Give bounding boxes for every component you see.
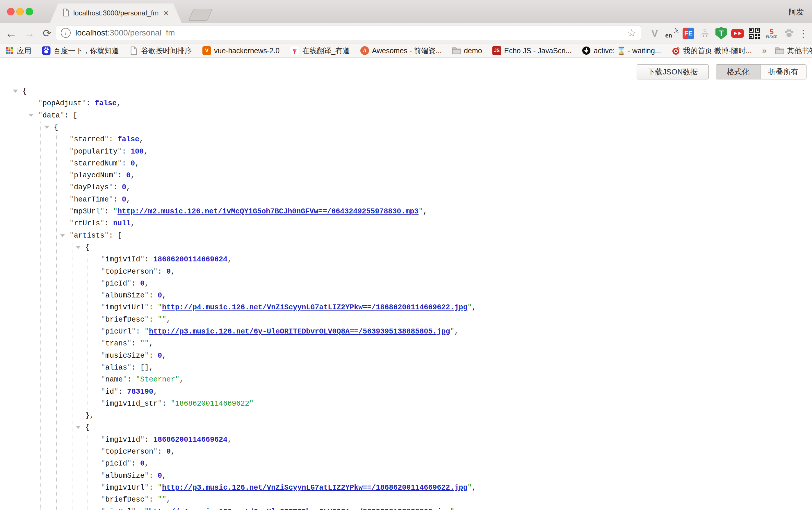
bookmark-items: 应用百度一下，你就知道谷歌按时间排序Vvue-hackernews-2.0y在线…: [5, 46, 752, 56]
bookmark-label: demo: [464, 47, 482, 55]
browser-menu-icon[interactable]: ⋮: [798, 23, 809, 43]
bookmark-label: 我的首页 微博-随时...: [683, 46, 752, 56]
translate-en-glyph: en: [665, 33, 672, 38]
zoom-window-button[interactable]: [26, 8, 33, 16]
other-bookmarks-folder[interactable]: 其他书签: [775, 46, 812, 56]
html5-shield-glyph: 5: [770, 28, 774, 35]
collapse-toggle-icon[interactable]: [60, 234, 65, 237]
bookmark-item[interactable]: Vvue-hackernews-2.0: [202, 46, 280, 55]
new-tab-button[interactable]: [188, 9, 213, 21]
collapse-all-button[interactable]: 折叠所有: [760, 64, 806, 79]
json-url-link[interactable]: http://p4.music.126.net/6y-UleORITEDbvrO…: [149, 508, 450, 510]
fe-extension-icon[interactable]: FE: [683, 28, 694, 39]
html5-player-extension-icon[interactable]: 5 PLAYER: [765, 27, 779, 40]
json-line: "picId": 0,: [0, 458, 812, 470]
bookmarks-right-group: » 其他书签: [762, 46, 812, 56]
url-text[interactable]: localhost:3000/personal_fm: [75, 28, 175, 37]
bookmark-label: Awesomes - 前端资...: [372, 46, 442, 56]
bookmark-item[interactable]: active: ⌛ - waiting...: [582, 46, 661, 55]
json-line: "img1v1Id": 18686200114669624,: [0, 434, 812, 446]
json-line: "playedNum": 0,: [0, 170, 812, 181]
json-line: "mp3Url": "http://m2.music.126.net/ivMcQ…: [0, 206, 812, 217]
download-icon: [582, 46, 591, 55]
vue-icon: V: [202, 46, 211, 55]
json-line: "briefDesc": "",: [0, 494, 812, 506]
sitemap-extension-icon[interactable]: [698, 27, 712, 40]
json-line: "id": 783190,: [0, 386, 812, 398]
paw-extension-icon[interactable]: [782, 27, 796, 40]
reload-icon[interactable]: ⟳: [39, 23, 55, 43]
minimize-window-button[interactable]: [16, 8, 24, 16]
bookmark-star-icon[interactable]: ☆: [627, 27, 636, 39]
qr-code-extension-icon[interactable]: [748, 27, 761, 40]
baidu-icon: [42, 46, 51, 55]
json-line: {: [0, 242, 812, 253]
json-line: },: [0, 410, 812, 422]
browser-tab[interactable]: localhost:3000/personal_fm ×: [50, 3, 181, 23]
bookmark-item[interactable]: 我的首页 微博-随时...: [671, 46, 752, 56]
bookmark-label: vue-hackernews-2.0: [214, 47, 280, 55]
echojs-icon: JS: [492, 46, 501, 55]
json-line: "musicSize": 0,: [0, 350, 812, 362]
json-line: "popularity": 100,: [0, 146, 812, 158]
tampermonkey-icon[interactable]: T: [716, 27, 727, 39]
bookmark-item[interactable]: 应用: [5, 46, 31, 56]
bookmarks-overflow-chevron[interactable]: »: [762, 46, 767, 55]
json-url-link[interactable]: http://p4.music.126.net/VnZiScyynLG7atLI…: [162, 303, 467, 312]
vue-devtools-icon[interactable]: V: [648, 27, 661, 40]
json-line: "rtUrls": null,: [0, 217, 812, 230]
json-line: "alias": [],: [0, 362, 812, 373]
close-window-button[interactable]: [7, 8, 14, 16]
bookmark-item[interactable]: JSEcho JS - JavaScri...: [492, 46, 572, 55]
collapse-toggle-icon[interactable]: [76, 246, 81, 249]
collapse-toggle-icon[interactable]: [29, 114, 34, 117]
address-bar[interactable]: i localhost:3000/personal_fm ☆: [56, 26, 641, 40]
bookmark-item[interactable]: AAwesomes - 前端资...: [360, 46, 442, 56]
bookmark-item[interactable]: demo: [452, 46, 482, 55]
json-line: "img1v1Url": "http://p3.music.126.net/Vn…: [0, 482, 812, 494]
bookmark-label: 百度一下，你就知道: [54, 46, 119, 56]
browser-profile-name[interactable]: 阿发: [789, 7, 804, 17]
json-line: "topicPerson": 0,: [0, 446, 812, 458]
collapse-toggle-icon[interactable]: [13, 90, 18, 93]
json-url-link[interactable]: http://p3.music.126.net/6y-UleORITEDbvrO…: [149, 327, 450, 336]
page-icon: [129, 46, 138, 55]
translate-extension-icon[interactable]: 英 en: [665, 27, 679, 40]
json-line: "dayPlays": 0,: [0, 181, 812, 193]
bookmark-item[interactable]: 百度一下，你就知道: [42, 46, 119, 56]
back-icon[interactable]: ←: [3, 23, 19, 43]
json-url-link[interactable]: http://p3.music.126.net/VnZiScyynLG7atLI…: [162, 484, 467, 492]
url-host: localhost: [75, 28, 108, 37]
youdao-icon: y: [290, 46, 299, 55]
json-url-link[interactable]: http://m2.music.126.net/ivMcQYiG5oh7BCJh…: [117, 207, 418, 216]
bookmark-item[interactable]: 谷歌按时间排序: [129, 46, 192, 56]
json-line: "picUrl": "http://p3.music.126.net/6y-Ul…: [0, 326, 812, 337]
json-line: "artists": [: [0, 230, 812, 242]
bookmark-label: Echo JS - JavaScri...: [504, 47, 572, 55]
bookmarks-bar: 应用百度一下，你就知道谷歌按时间排序Vvue-hackernews-2.0y在线…: [0, 44, 812, 58]
other-bookmarks-label: 其他书签: [787, 46, 812, 56]
bookmark-label: 谷歌按时间排序: [141, 46, 192, 56]
bookmark-label: active: ⌛ - waiting...: [593, 47, 661, 55]
weibo-icon: [671, 46, 680, 55]
tab-title: localhost:3000/personal_fm: [73, 9, 161, 17]
json-line: "popAdjust": false,: [0, 97, 812, 109]
collapse-toggle-icon[interactable]: [76, 426, 81, 429]
folder-icon: [775, 46, 784, 55]
forward-icon: →: [21, 23, 37, 43]
folder-icon: [452, 46, 461, 55]
video-player-extension-icon[interactable]: ►►: [731, 29, 744, 38]
page-info-icon[interactable]: i: [61, 28, 71, 38]
bookmark-item[interactable]: y在线翻译_有道: [290, 46, 350, 56]
format-button[interactable]: 格式化: [716, 64, 760, 79]
tab-close-icon[interactable]: ×: [164, 9, 169, 18]
extensions-row: V 英 en FE T ►► 5 PLAYER: [646, 23, 798, 43]
download-json-button[interactable]: 下载JSON数据: [637, 64, 709, 79]
collapse-toggle-icon[interactable]: [44, 126, 50, 129]
json-line: "picId": 0,: [0, 278, 812, 290]
download-json-label: 下载JSON数据: [647, 67, 698, 77]
json-line: {: [0, 122, 812, 133]
translate-cn-glyph: 英: [674, 29, 679, 33]
url-path: :3000/personal_fm: [108, 28, 175, 37]
html5-player-label: PLAYER: [766, 35, 777, 38]
